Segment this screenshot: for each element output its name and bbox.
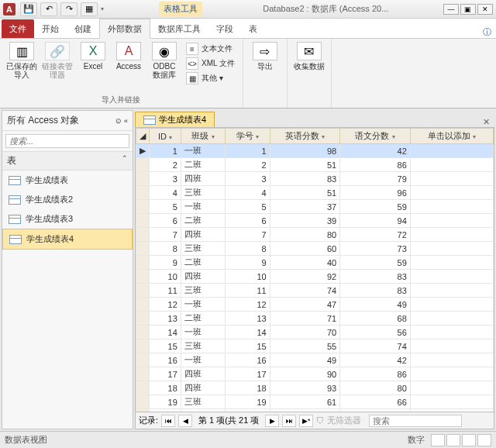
cell[interactable]: 66 xyxy=(340,395,411,409)
row-selector[interactable] xyxy=(136,214,150,228)
chevron-down-icon[interactable]: ▾ xyxy=(473,133,476,140)
cell[interactable]: 12 xyxy=(150,298,181,312)
cell[interactable]: 三班 xyxy=(181,186,225,200)
cell[interactable]: 80 xyxy=(270,228,340,242)
row-selector[interactable] xyxy=(136,353,150,367)
cell[interactable]: 9 xyxy=(150,256,181,270)
cell[interactable]: 7 xyxy=(150,228,181,242)
cell[interactable]: 90 xyxy=(270,367,340,381)
cell[interactable] xyxy=(410,158,493,172)
tab-external-data[interactable]: 外部数据 xyxy=(99,19,150,39)
cell[interactable] xyxy=(410,144,493,158)
qat-more-icon[interactable]: ▾ xyxy=(101,5,104,12)
table-row[interactable]: 13二班137168 xyxy=(136,312,494,326)
nav-category-tables[interactable]: 表 ⌃ xyxy=(2,151,133,171)
restore-button[interactable]: ▣ xyxy=(460,4,476,15)
table-row[interactable]: 10四班109283 xyxy=(136,270,494,284)
text-file-button[interactable]: ≡文本文件 xyxy=(183,42,238,56)
cell[interactable] xyxy=(410,298,493,312)
cell[interactable]: 四班 xyxy=(181,367,225,381)
cell[interactable]: 19 xyxy=(226,395,270,409)
cell[interactable]: 二班 xyxy=(181,214,225,228)
table-row[interactable]: 2二班25186 xyxy=(136,158,494,172)
column-header[interactable]: ID ▾ xyxy=(150,129,181,144)
cell[interactable]: 17 xyxy=(150,367,181,381)
cell[interactable]: 6 xyxy=(150,214,181,228)
access-import-button[interactable]: A Access xyxy=(112,40,146,72)
row-selector[interactable] xyxy=(136,395,150,409)
tab-file[interactable]: 文件 xyxy=(2,19,34,38)
row-selector[interactable] xyxy=(136,186,150,200)
table-row[interactable]: 11三班117483 xyxy=(136,284,494,298)
cell[interactable]: 61 xyxy=(270,395,340,409)
cell[interactable]: 3 xyxy=(150,172,181,186)
nav-prev-button[interactable]: ◀ xyxy=(178,415,192,427)
record-search-input[interactable] xyxy=(369,415,462,427)
qat-datasheet-icon[interactable]: ▦ xyxy=(81,2,98,16)
cell[interactable] xyxy=(410,172,493,186)
row-selector[interactable]: ▶ xyxy=(136,144,150,158)
cell[interactable]: 55 xyxy=(270,339,340,353)
chevron-down-icon[interactable]: ▾ xyxy=(392,133,395,140)
nav-item-table[interactable]: 学生成绩表 xyxy=(2,171,133,190)
table-row[interactable]: 3四班38379 xyxy=(136,172,494,186)
cell[interactable]: 98 xyxy=(270,144,340,158)
cell[interactable]: 四班 xyxy=(181,381,225,395)
nav-search-input[interactable] xyxy=(5,134,129,148)
table-row[interactable]: ▶1一班19842 xyxy=(136,144,494,158)
chevron-down-icon[interactable]: ▾ xyxy=(322,133,325,140)
nav-new-button[interactable]: ▶* xyxy=(299,415,313,427)
cell[interactable]: 49 xyxy=(270,353,340,367)
row-selector[interactable] xyxy=(136,228,150,242)
cell[interactable]: 5 xyxy=(150,200,181,214)
tab-home[interactable]: 开始 xyxy=(34,19,67,38)
cell[interactable]: 16 xyxy=(226,353,270,367)
cell[interactable]: 二班 xyxy=(181,256,225,270)
cell[interactable]: 42 xyxy=(340,144,411,158)
row-selector[interactable] xyxy=(136,242,150,256)
cell[interactable] xyxy=(410,326,493,339)
minimize-button[interactable]: — xyxy=(443,4,459,15)
column-header[interactable]: 英语分数 ▾ xyxy=(270,129,340,144)
cell[interactable] xyxy=(410,228,493,242)
cell[interactable]: 1 xyxy=(150,144,181,158)
cell[interactable]: 8 xyxy=(150,242,181,256)
cell[interactable]: 15 xyxy=(150,339,181,353)
table-row[interactable]: 18四班189380 xyxy=(136,381,494,395)
cell[interactable]: 42 xyxy=(340,353,411,367)
cell[interactable]: 12 xyxy=(226,298,270,312)
datasheet-grid[interactable]: ◢ID ▾班级 ▾学号 ▾英语分数 ▾语文分数 ▾单击以添加 ▾ ▶1一班198… xyxy=(135,127,494,412)
row-selector[interactable] xyxy=(136,381,150,395)
cell[interactable]: 三班 xyxy=(181,395,225,409)
cell[interactable]: 86 xyxy=(340,367,411,381)
view-datasheet-button[interactable] xyxy=(431,434,445,446)
cell[interactable]: 40 xyxy=(270,256,340,270)
table-row[interactable]: 8三班86073 xyxy=(136,242,494,256)
table-row[interactable]: 15三班155574 xyxy=(136,339,494,353)
cell[interactable]: 9 xyxy=(226,256,270,270)
cell[interactable]: 83 xyxy=(270,172,340,186)
row-selector[interactable] xyxy=(136,270,150,284)
view-form-button[interactable] xyxy=(477,434,491,446)
more-imports-button[interactable]: ▦其他 ▾ xyxy=(183,71,238,85)
doc-close-icon[interactable]: ✕ xyxy=(478,117,494,127)
xml-file-button[interactable]: <>XML 文件 xyxy=(183,57,238,71)
qat-save-icon[interactable]: 💾 xyxy=(20,2,37,16)
cell[interactable]: 11 xyxy=(226,284,270,298)
cell[interactable]: 18 xyxy=(226,381,270,395)
cell[interactable]: 四班 xyxy=(181,172,225,186)
chevron-down-icon[interactable]: ▾ xyxy=(212,133,215,140)
cell[interactable] xyxy=(410,353,493,367)
cell[interactable] xyxy=(410,256,493,270)
cell[interactable]: 二班 xyxy=(181,312,225,326)
cell[interactable]: 5 xyxy=(226,200,270,214)
cell[interactable]: 7 xyxy=(226,228,270,242)
cell[interactable]: 49 xyxy=(340,298,411,312)
select-all-cell[interactable]: ◢ xyxy=(136,129,150,144)
nav-next-button[interactable]: ▶ xyxy=(265,415,279,427)
cell[interactable]: 72 xyxy=(340,228,411,242)
cell[interactable]: 二班 xyxy=(181,158,225,172)
cell[interactable]: 96 xyxy=(340,186,411,200)
cell[interactable]: 13 xyxy=(150,312,181,326)
table-row[interactable]: 9二班94059 xyxy=(136,256,494,270)
